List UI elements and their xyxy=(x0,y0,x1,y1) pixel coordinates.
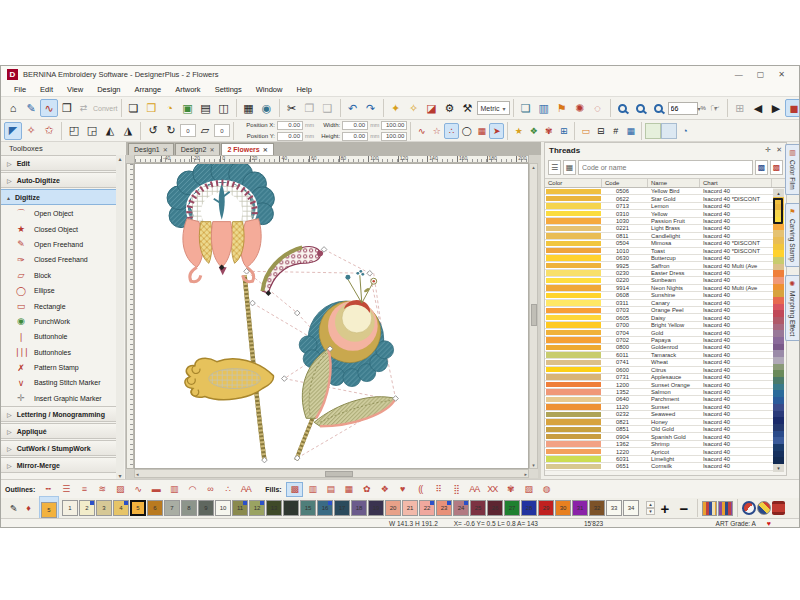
outline-pattern-run[interactable]: AA xyxy=(237,482,254,497)
stitch-player-icon[interactable]: ◌ xyxy=(589,99,607,117)
rotate-cw-icon[interactable]: ↻ xyxy=(162,122,180,140)
column-header[interactable]: Color xyxy=(545,179,602,187)
Canary[interactable]: 0311 Canary Isacord 40 xyxy=(545,300,773,307)
star-fill-icon[interactable]: ★ xyxy=(511,123,526,139)
toolbox-section-digitize[interactable]: ▴ Digitize xyxy=(1,189,118,205)
Apricot[interactable]: 1220 Apricot Isacord 40 xyxy=(545,448,773,455)
tool-rectangle[interactable]: ▭ Rectangle xyxy=(1,298,125,313)
palette-swatch[interactable]: 4 xyxy=(113,500,129,516)
Buttercup[interactable]: 0630 Buttercup Isacord 40 xyxy=(545,255,773,262)
outline-shape-icon[interactable]: ◯ xyxy=(459,123,474,139)
tool-insert-graphic-marker[interactable]: ✛ Insert Graphic Marker xyxy=(1,391,125,406)
outline-satin-wide[interactable]: ▬ xyxy=(147,482,164,497)
doc-grid-icon[interactable]: ⊟ xyxy=(593,123,608,139)
carving-stamp-icon[interactable]: ⚑ xyxy=(553,99,571,117)
outline-dash[interactable]: ╍ xyxy=(39,482,56,497)
settings-gear-icon[interactable]: ⚙ xyxy=(441,99,459,117)
fill-dense[interactable]: ⣿ xyxy=(448,482,465,497)
select-tool-icon[interactable]: ◤ xyxy=(4,122,22,140)
fill-flower[interactable]: ✿ xyxy=(358,482,375,497)
insert-design-icon[interactable]: ✦ xyxy=(387,99,405,117)
canvas-vertical-scrollbar[interactable]: ▴ ▾ xyxy=(529,163,538,469)
Mimosa[interactable]: 0504 Mimosa Isacord 40 *DISCONT xyxy=(545,240,773,247)
column-header[interactable]: Code xyxy=(602,179,648,187)
outline-backstitch[interactable]: ≡ xyxy=(75,482,92,497)
palette-swatch[interactable]: 27 xyxy=(504,500,520,516)
tab-2-flowers[interactable]: 2 Flowers ✕ xyxy=(221,143,273,155)
fill-lattice[interactable]: ▩ xyxy=(286,482,303,497)
tool-closed-object[interactable]: ★ Closed Object xyxy=(1,221,125,236)
scatter-icon[interactable]: ∴ xyxy=(444,123,459,139)
zoom-box-icon[interactable] xyxy=(632,99,650,117)
scroll-up-icon[interactable]: ▴ xyxy=(532,164,535,170)
palette-swatch[interactable]: 17 xyxy=(334,500,350,516)
thread-chart-icon[interactable]: ▩ xyxy=(755,160,768,175)
height-field[interactable]: 0.00 xyxy=(342,132,368,141)
tab-close-icon[interactable]: ✕ xyxy=(163,146,168,153)
palette-swatch[interactable]: 24 xyxy=(453,500,469,516)
minimap-down-icon[interactable]: ▾ xyxy=(773,464,784,472)
fill-tatami[interactable]: ▤ xyxy=(322,482,339,497)
add-color-button[interactable]: + xyxy=(656,500,674,517)
node-edit-icon[interactable]: ➤ xyxy=(489,123,504,139)
Toast[interactable]: 1010 Toast Isacord 40 *DISCONT xyxy=(545,248,773,255)
side-tab-carving-stamp[interactable]: ⚑ Carving Stamp xyxy=(785,203,799,267)
spin-tool-icon[interactable]: ◔ xyxy=(677,123,692,139)
embroidery-canvas-icon[interactable]: ∿ xyxy=(40,99,58,117)
undo-icon[interactable]: ↶ xyxy=(344,99,362,117)
spin-down-icon[interactable]: ▾ xyxy=(646,508,655,515)
Tamarack[interactable]: 6011 Tamarack Isacord 40 xyxy=(545,352,773,359)
paint-bucket-icon[interactable]: ♦ xyxy=(21,500,36,516)
Candlelight[interactable]: 0811 Candlelight Isacord 40 xyxy=(545,233,773,240)
palette-swatch[interactable]: 1 xyxy=(62,500,78,516)
Saffron[interactable]: 9925 Saffron Isacord 40 Multi (Ave xyxy=(545,262,773,269)
Sunset[interactable]: 1120 Sunset Isacord 40 xyxy=(545,404,773,411)
menu-item[interactable]: Edit xyxy=(33,83,60,96)
paisley-leaf[interactable] xyxy=(262,247,323,294)
palette-swatch[interactable]: 3 xyxy=(96,500,112,516)
artwork-canvas-icon[interactable]: ✎ xyxy=(22,99,40,117)
Salmon[interactable]: 1352 Salmon Isacord 40 xyxy=(545,389,773,396)
cycle-colors-icon[interactable] xyxy=(757,501,771,515)
reshape-tool-icon[interactable]: ✧ xyxy=(22,122,40,140)
table-grid-icon[interactable]: ▦ xyxy=(623,123,638,139)
Cornsilk[interactable]: 0651 Cornsilk Isacord 40 xyxy=(545,463,773,470)
toolbox-auto-digitize[interactable]: ▷ Auto-Digitize xyxy=(1,172,118,188)
Sunbeam[interactable]: 0220 Sunbeam Isacord 40 xyxy=(545,277,773,284)
toolbox-scrollbar[interactable]: ▴ ▾ xyxy=(116,155,124,479)
palette-swatch[interactable]: 30 xyxy=(555,500,571,516)
Sunshine[interactable]: 0608 Sunshine Isacord 40 xyxy=(545,292,773,299)
menu-item[interactable]: Settings xyxy=(208,83,249,96)
tool-punchwork[interactable]: ◉ PunchWork xyxy=(1,314,125,329)
fill-motif[interactable]: ❖ xyxy=(376,482,393,497)
save-icon[interactable]: ▣ xyxy=(179,99,197,117)
flower-tool-icon[interactable]: ✾ xyxy=(541,123,556,139)
width-field[interactable]: 0.00 xyxy=(342,121,368,130)
palette-swatch[interactable]: 22 xyxy=(419,500,435,516)
menu-item[interactable]: Arrange xyxy=(128,83,169,96)
units-dropdown[interactable]: Metric▾ xyxy=(477,101,510,115)
menu-item[interactable]: Design xyxy=(90,83,127,96)
export-design-icon[interactable]: ◪ xyxy=(423,99,441,117)
tool-basting-stitch-marker[interactable]: ∨ Basting Stitch Marker xyxy=(1,375,125,390)
Easter Dress[interactable]: 0230 Easter Dress Isacord 40 xyxy=(545,270,773,277)
palette-swatch[interactable]: 7 xyxy=(164,500,180,516)
new-design-icon[interactable]: ❏ xyxy=(125,99,143,117)
close-panel-icon[interactable]: ✕ xyxy=(776,146,782,154)
fill-pattern-x[interactable]: XX xyxy=(484,482,501,497)
toolbox-lettering[interactable]: ▷ Lettering / Monogramming xyxy=(1,406,118,422)
remove-color-button[interactable]: − xyxy=(675,500,693,517)
outline-chain[interactable]: ∞ xyxy=(201,482,218,497)
palette-swatch[interactable]: 25 xyxy=(470,500,486,516)
mirror-vertical-icon[interactable]: ◮ xyxy=(119,122,137,140)
redo-icon[interactable]: ↷ xyxy=(362,99,380,117)
thread-chart2-icon[interactable]: ▩ xyxy=(770,160,783,175)
minimap-viewport[interactable] xyxy=(773,198,783,224)
maximize-button[interactable]: ▢ xyxy=(757,70,765,79)
spin-up-icon[interactable]: ▴ xyxy=(646,501,655,508)
position-y-field[interactable]: 0.00 xyxy=(277,132,303,141)
scale-down-icon[interactable]: ◰ xyxy=(65,122,83,140)
print-preview-icon[interactable]: ◫ xyxy=(215,99,233,117)
Old Gold[interactable]: 0851 Old Gold Isacord 40 xyxy=(545,426,773,433)
rotate-angle-field[interactable]: 0 xyxy=(180,124,196,137)
